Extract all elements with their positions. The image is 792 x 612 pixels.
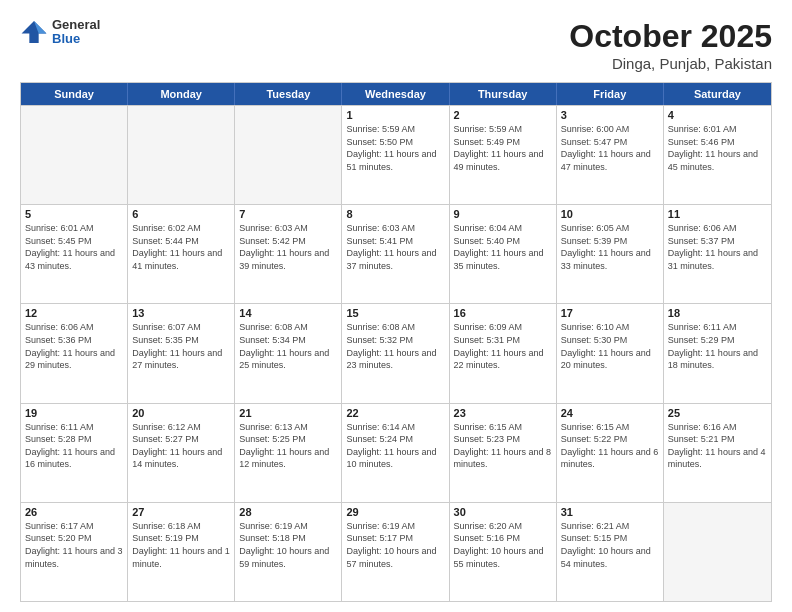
cell-info: Sunrise: 6:08 AM Sunset: 5:32 PM Dayligh… <box>346 321 444 371</box>
cal-cell-1-1: 6Sunrise: 6:02 AM Sunset: 5:44 PM Daylig… <box>128 205 235 303</box>
calendar-subtitle: Dinga, Punjab, Pakistan <box>569 55 772 72</box>
cell-info: Sunrise: 6:04 AM Sunset: 5:40 PM Dayligh… <box>454 222 552 272</box>
cal-cell-3-4: 23Sunrise: 6:15 AM Sunset: 5:23 PM Dayli… <box>450 404 557 502</box>
cal-cell-2-6: 18Sunrise: 6:11 AM Sunset: 5:29 PM Dayli… <box>664 304 771 402</box>
cell-info: Sunrise: 5:59 AM Sunset: 5:50 PM Dayligh… <box>346 123 444 173</box>
header-saturday: Saturday <box>664 83 771 105</box>
day-number: 18 <box>668 307 767 319</box>
day-number: 7 <box>239 208 337 220</box>
day-number: 3 <box>561 109 659 121</box>
logo-text: General Blue <box>52 18 100 47</box>
day-number: 1 <box>346 109 444 121</box>
cal-cell-2-3: 15Sunrise: 6:08 AM Sunset: 5:32 PM Dayli… <box>342 304 449 402</box>
cal-cell-0-0 <box>21 106 128 204</box>
day-number: 24 <box>561 407 659 419</box>
cal-cell-1-6: 11Sunrise: 6:06 AM Sunset: 5:37 PM Dayli… <box>664 205 771 303</box>
cell-info: Sunrise: 5:59 AM Sunset: 5:49 PM Dayligh… <box>454 123 552 173</box>
day-number: 13 <box>132 307 230 319</box>
cell-info: Sunrise: 6:15 AM Sunset: 5:23 PM Dayligh… <box>454 421 552 471</box>
calendar-title: October 2025 <box>569 18 772 55</box>
cell-info: Sunrise: 6:17 AM Sunset: 5:20 PM Dayligh… <box>25 520 123 570</box>
logo-icon <box>20 18 48 46</box>
logo: General Blue <box>20 18 100 47</box>
day-number: 12 <box>25 307 123 319</box>
day-number: 29 <box>346 506 444 518</box>
day-number: 30 <box>454 506 552 518</box>
day-number: 8 <box>346 208 444 220</box>
cell-info: Sunrise: 6:11 AM Sunset: 5:29 PM Dayligh… <box>668 321 767 371</box>
day-number: 16 <box>454 307 552 319</box>
day-number: 22 <box>346 407 444 419</box>
cell-info: Sunrise: 6:11 AM Sunset: 5:28 PM Dayligh… <box>25 421 123 471</box>
cal-cell-4-5: 31Sunrise: 6:21 AM Sunset: 5:15 PM Dayli… <box>557 503 664 601</box>
cal-row-3: 19Sunrise: 6:11 AM Sunset: 5:28 PM Dayli… <box>21 403 771 502</box>
cell-info: Sunrise: 6:01 AM Sunset: 5:46 PM Dayligh… <box>668 123 767 173</box>
day-number: 5 <box>25 208 123 220</box>
cal-cell-0-4: 2Sunrise: 5:59 AM Sunset: 5:49 PM Daylig… <box>450 106 557 204</box>
calendar: Sunday Monday Tuesday Wednesday Thursday… <box>20 82 772 602</box>
day-number: 19 <box>25 407 123 419</box>
cell-info: Sunrise: 6:00 AM Sunset: 5:47 PM Dayligh… <box>561 123 659 173</box>
cal-row-2: 12Sunrise: 6:06 AM Sunset: 5:36 PM Dayli… <box>21 303 771 402</box>
cal-cell-3-2: 21Sunrise: 6:13 AM Sunset: 5:25 PM Dayli… <box>235 404 342 502</box>
day-number: 10 <box>561 208 659 220</box>
cal-cell-0-3: 1Sunrise: 5:59 AM Sunset: 5:50 PM Daylig… <box>342 106 449 204</box>
cal-cell-1-2: 7Sunrise: 6:03 AM Sunset: 5:42 PM Daylig… <box>235 205 342 303</box>
cal-cell-2-4: 16Sunrise: 6:09 AM Sunset: 5:31 PM Dayli… <box>450 304 557 402</box>
cell-info: Sunrise: 6:19 AM Sunset: 5:17 PM Dayligh… <box>346 520 444 570</box>
header-friday: Friday <box>557 83 664 105</box>
cal-cell-1-0: 5Sunrise: 6:01 AM Sunset: 5:45 PM Daylig… <box>21 205 128 303</box>
cal-cell-2-2: 14Sunrise: 6:08 AM Sunset: 5:34 PM Dayli… <box>235 304 342 402</box>
day-number: 20 <box>132 407 230 419</box>
cal-cell-3-3: 22Sunrise: 6:14 AM Sunset: 5:24 PM Dayli… <box>342 404 449 502</box>
calendar-body: 1Sunrise: 5:59 AM Sunset: 5:50 PM Daylig… <box>21 105 771 601</box>
cal-cell-4-6 <box>664 503 771 601</box>
cell-info: Sunrise: 6:10 AM Sunset: 5:30 PM Dayligh… <box>561 321 659 371</box>
page: General Blue October 2025 Dinga, Punjab,… <box>0 0 792 612</box>
cal-cell-1-4: 9Sunrise: 6:04 AM Sunset: 5:40 PM Daylig… <box>450 205 557 303</box>
cell-info: Sunrise: 6:06 AM Sunset: 5:36 PM Dayligh… <box>25 321 123 371</box>
cal-cell-4-3: 29Sunrise: 6:19 AM Sunset: 5:17 PM Dayli… <box>342 503 449 601</box>
cal-cell-2-1: 13Sunrise: 6:07 AM Sunset: 5:35 PM Dayli… <box>128 304 235 402</box>
cal-cell-4-0: 26Sunrise: 6:17 AM Sunset: 5:20 PM Dayli… <box>21 503 128 601</box>
day-number: 14 <box>239 307 337 319</box>
cal-cell-4-2: 28Sunrise: 6:19 AM Sunset: 5:18 PM Dayli… <box>235 503 342 601</box>
cell-info: Sunrise: 6:06 AM Sunset: 5:37 PM Dayligh… <box>668 222 767 272</box>
day-number: 23 <box>454 407 552 419</box>
cell-info: Sunrise: 6:13 AM Sunset: 5:25 PM Dayligh… <box>239 421 337 471</box>
calendar-header: Sunday Monday Tuesday Wednesday Thursday… <box>21 83 771 105</box>
cal-cell-0-5: 3Sunrise: 6:00 AM Sunset: 5:47 PM Daylig… <box>557 106 664 204</box>
title-block: October 2025 Dinga, Punjab, Pakistan <box>569 18 772 72</box>
cell-info: Sunrise: 6:15 AM Sunset: 5:22 PM Dayligh… <box>561 421 659 471</box>
cal-cell-4-4: 30Sunrise: 6:20 AM Sunset: 5:16 PM Dayli… <box>450 503 557 601</box>
cell-info: Sunrise: 6:07 AM Sunset: 5:35 PM Dayligh… <box>132 321 230 371</box>
cal-row-4: 26Sunrise: 6:17 AM Sunset: 5:20 PM Dayli… <box>21 502 771 601</box>
day-number: 2 <box>454 109 552 121</box>
cal-cell-1-3: 8Sunrise: 6:03 AM Sunset: 5:41 PM Daylig… <box>342 205 449 303</box>
cell-info: Sunrise: 6:21 AM Sunset: 5:15 PM Dayligh… <box>561 520 659 570</box>
cell-info: Sunrise: 6:18 AM Sunset: 5:19 PM Dayligh… <box>132 520 230 570</box>
day-number: 9 <box>454 208 552 220</box>
day-number: 4 <box>668 109 767 121</box>
cell-info: Sunrise: 6:03 AM Sunset: 5:41 PM Dayligh… <box>346 222 444 272</box>
cal-cell-4-1: 27Sunrise: 6:18 AM Sunset: 5:19 PM Dayli… <box>128 503 235 601</box>
cell-info: Sunrise: 6:14 AM Sunset: 5:24 PM Dayligh… <box>346 421 444 471</box>
cal-row-1: 5Sunrise: 6:01 AM Sunset: 5:45 PM Daylig… <box>21 204 771 303</box>
cell-info: Sunrise: 6:09 AM Sunset: 5:31 PM Dayligh… <box>454 321 552 371</box>
logo-general: General <box>52 18 100 32</box>
day-number: 28 <box>239 506 337 518</box>
day-number: 25 <box>668 407 767 419</box>
header: General Blue October 2025 Dinga, Punjab,… <box>20 18 772 72</box>
cell-info: Sunrise: 6:01 AM Sunset: 5:45 PM Dayligh… <box>25 222 123 272</box>
day-number: 15 <box>346 307 444 319</box>
day-number: 11 <box>668 208 767 220</box>
day-number: 27 <box>132 506 230 518</box>
logo-blue: Blue <box>52 32 100 46</box>
day-number: 6 <box>132 208 230 220</box>
cal-cell-0-2 <box>235 106 342 204</box>
cell-info: Sunrise: 6:02 AM Sunset: 5:44 PM Dayligh… <box>132 222 230 272</box>
cal-cell-2-5: 17Sunrise: 6:10 AM Sunset: 5:30 PM Dayli… <box>557 304 664 402</box>
cal-cell-1-5: 10Sunrise: 6:05 AM Sunset: 5:39 PM Dayli… <box>557 205 664 303</box>
cell-info: Sunrise: 6:20 AM Sunset: 5:16 PM Dayligh… <box>454 520 552 570</box>
cal-cell-2-0: 12Sunrise: 6:06 AM Sunset: 5:36 PM Dayli… <box>21 304 128 402</box>
